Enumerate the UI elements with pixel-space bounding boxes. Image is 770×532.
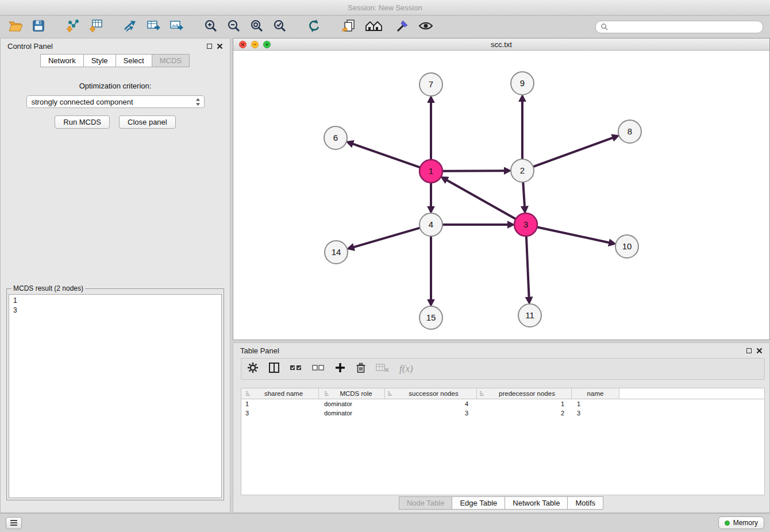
graph-node-4[interactable]: 4: [419, 213, 442, 236]
close-panel-button[interactable]: Close panel: [119, 115, 176, 129]
zoom-out-button[interactable]: [225, 19, 242, 35]
apply-style-button[interactable]: [394, 19, 411, 35]
duplicate-document-icon: [341, 18, 356, 36]
toolbar-search-field[interactable]: [595, 21, 763, 33]
column-header-predecessor-nodes[interactable]: predecessor nodes: [477, 388, 572, 399]
mcds-result-list[interactable]: 1 3: [9, 294, 222, 498]
window-minimize-icon[interactable]: [251, 41, 259, 48]
tab-node-table[interactable]: Node Table: [399, 496, 453, 510]
graph-edge-2-8[interactable]: [534, 138, 613, 167]
import-table-button[interactable]: [87, 19, 105, 35]
import-table-icon: [88, 18, 103, 36]
table-cell[interactable]: 4: [385, 400, 477, 407]
zoom-fit-button[interactable]: [248, 19, 265, 35]
close-panel-icon[interactable]: [217, 43, 223, 49]
new-network-button[interactable]: [122, 19, 139, 35]
task-history-button[interactable]: [6, 517, 22, 529]
network-canvas[interactable]: 7968124314101511: [233, 51, 769, 340]
window-zoom-icon[interactable]: [263, 41, 271, 48]
network-window-titlebar[interactable]: scc.txt: [233, 38, 769, 51]
graph-edge-1-6[interactable]: [352, 144, 419, 167]
control-panel-tabs: Network Style Select MCDS: [1, 54, 230, 67]
graph-edge-2-3[interactable]: [523, 183, 525, 207]
column-header-name[interactable]: name: [572, 388, 619, 399]
tab-motifs[interactable]: Motifs: [567, 496, 603, 510]
graph-edge-3-1[interactable]: [446, 180, 515, 218]
tab-edge-table[interactable]: Edge Table: [452, 496, 505, 510]
run-mcds-button[interactable]: Run MCDS: [55, 115, 110, 129]
table-row[interactable]: 1 dominator 4 1 1: [241, 399, 764, 408]
tab-network-table[interactable]: Network Table: [505, 496, 568, 510]
mcds-result-item[interactable]: 1: [13, 296, 217, 306]
graph-node-6[interactable]: 6: [324, 126, 347, 149]
column-header-mcds-role[interactable]: MCDS role: [319, 388, 385, 399]
refresh-icon: [307, 18, 322, 36]
graph-node-label: 4: [429, 219, 433, 229]
graph-node-15[interactable]: 15: [419, 306, 442, 329]
export-image-button[interactable]: [168, 19, 185, 35]
float-table-panel-icon[interactable]: [746, 348, 752, 353]
open-session-button[interactable]: [7, 19, 24, 35]
network-table-export-button[interactable]: [145, 19, 162, 35]
refresh-button[interactable]: [306, 19, 323, 35]
graph-node-14[interactable]: 14: [325, 241, 348, 264]
delete-column-button[interactable]: [356, 362, 366, 376]
criterion-dropdown[interactable]: strongly connected component: [26, 95, 205, 108]
graph-edge-3-10[interactable]: [538, 227, 610, 242]
graph-edge-1-2[interactable]: [443, 171, 505, 171]
function-builder-button: f(x): [399, 363, 413, 375]
show-graphics-details-button[interactable]: [417, 19, 434, 35]
unselect-all-columns-button[interactable]: [312, 362, 325, 376]
table-cell[interactable]: 2: [477, 410, 572, 417]
graph-node-7[interactable]: 7: [419, 73, 442, 96]
graph-node-label: 1: [429, 166, 433, 176]
graph-node-11[interactable]: 11: [518, 304, 541, 327]
show-column-button[interactable]: [268, 362, 280, 376]
column-header-shared-name[interactable]: shared name: [241, 388, 319, 399]
show-panels-button[interactable]: [363, 19, 388, 35]
graph-edge-4-14[interactable]: [353, 228, 419, 247]
zoom-selected-icon: [272, 18, 287, 36]
table-cell[interactable]: 3: [385, 410, 477, 417]
table-cell[interactable]: dominator: [319, 410, 385, 417]
select-all-columns-button[interactable]: [290, 362, 302, 376]
table-body: 1 dominator 4 1 1 3 dominator 3 2 3: [241, 399, 764, 418]
table-cell[interactable]: 3: [241, 410, 319, 417]
table-cell[interactable]: 1: [241, 400, 319, 407]
tab-style[interactable]: Style: [83, 54, 116, 67]
graph-node-9[interactable]: 9: [511, 72, 534, 95]
column-header-successor-nodes[interactable]: successor nodes: [385, 388, 477, 399]
graph-node-label: 15: [426, 313, 436, 322]
table-cell[interactable]: dominator: [319, 400, 385, 407]
search-input[interactable]: [611, 23, 758, 31]
mcds-result-item[interactable]: 3: [13, 306, 217, 315]
graph-node-3[interactable]: 3: [514, 213, 537, 236]
main-toolbar: [0, 16, 770, 38]
table-cell[interactable]: 1: [572, 400, 619, 407]
memory-button[interactable]: Memory: [718, 516, 764, 529]
float-panel-icon[interactable]: [207, 44, 212, 49]
tab-select[interactable]: Select: [116, 54, 152, 67]
zoom-selected-button[interactable]: [271, 19, 288, 35]
create-column-button[interactable]: [334, 362, 346, 376]
table-panel-title: Table Panel: [240, 346, 279, 355]
tab-mcds[interactable]: MCDS: [152, 54, 190, 67]
graph-node-2[interactable]: 2: [511, 159, 534, 182]
graph-node-label: 3: [523, 219, 528, 229]
table-row[interactable]: 3 dominator 3 2 3: [241, 408, 764, 418]
graph-edge-3-11[interactable]: [526, 237, 529, 298]
window-close-icon[interactable]: [239, 41, 247, 48]
zoom-in-button[interactable]: [202, 19, 220, 35]
close-table-panel-icon[interactable]: [756, 348, 763, 354]
graph-node-10[interactable]: 10: [615, 235, 638, 258]
graph-node-1[interactable]: 1: [419, 160, 442, 183]
tab-network[interactable]: Network: [40, 54, 84, 67]
import-network-button[interactable]: [64, 19, 82, 35]
table-settings-button[interactable]: [247, 362, 259, 376]
clone-network-button[interactable]: [340, 19, 357, 35]
graph-node-8[interactable]: 8: [618, 120, 641, 143]
optimization-criterion-label: Optimization criterion:: [1, 82, 230, 90]
table-cell[interactable]: 3: [572, 410, 619, 417]
save-session-button[interactable]: [30, 19, 47, 35]
table-cell[interactable]: 1: [477, 400, 572, 407]
